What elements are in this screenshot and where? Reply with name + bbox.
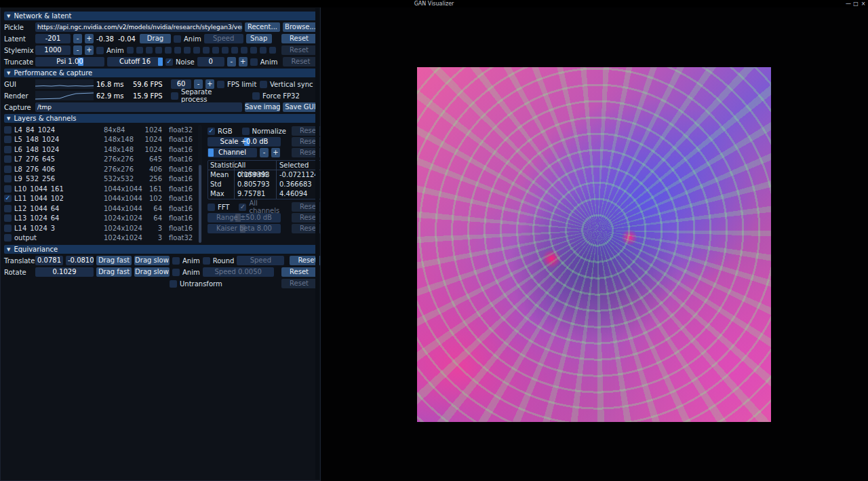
translate-drag-fast-button[interactable]: Drag fast [96, 256, 132, 265]
channel-plus-button[interactable]: + [271, 148, 280, 157]
fps-limit-checkbox[interactable] [217, 81, 224, 88]
fps-minus-button[interactable]: - [194, 79, 203, 89]
stylemix-layer-checkbox[interactable] [222, 47, 229, 54]
stylemix-layer-checkbox[interactable] [193, 47, 200, 54]
layer-checkbox[interactable] [4, 205, 12, 212]
latent-minus-button[interactable]: - [73, 34, 82, 43]
latent-seed-input[interactable]: -201 [35, 34, 71, 43]
translate-y-input[interactable]: -0.0810 [66, 256, 94, 265]
stylemix-layer-checkbox[interactable] [260, 47, 267, 54]
latent-plus-button[interactable]: + [85, 34, 94, 43]
latent-anim-checkbox[interactable] [174, 35, 181, 43]
stylemix-anim-checkbox[interactable] [96, 47, 104, 54]
section-layers-channels[interactable]: ▼ Layers & channels [4, 114, 317, 123]
stylemix-layer-checkbox[interactable] [146, 47, 153, 54]
noise-seed-input[interactable]: 0 [197, 57, 224, 66]
stylemix-layer-checkbox[interactable] [203, 47, 210, 54]
stylemix-layer-checkbox[interactable] [127, 47, 134, 54]
translate-round-checkbox[interactable] [203, 257, 210, 265]
layer-row[interactable]: L9_532_256 532x532 256 float16 [4, 174, 202, 185]
rotate-speed-slider[interactable]: Speed 0.0050 [203, 267, 274, 277]
capture-path-input[interactable]: /tmp [35, 102, 242, 112]
layer-checkbox[interactable] [4, 185, 12, 193]
fps-plus-button[interactable]: + [205, 79, 214, 89]
latent-speed-slider[interactable]: Speed 0.250 [204, 34, 243, 43]
layer-row[interactable]: L10_1044_161 1044x1044 161 float16 [4, 184, 202, 194]
minimize-icon[interactable]: — [845, 1, 852, 7]
layer-row[interactable]: output 1024x1024 3 float32 [4, 233, 202, 244]
close-icon[interactable]: × [860, 1, 867, 7]
rgb-checkbox[interactable]: ✓ [208, 128, 215, 135]
layer-checkbox[interactable] [4, 234, 12, 242]
stylemix-layer-checkbox[interactable] [174, 47, 181, 54]
noise-plus-button[interactable]: + [239, 57, 248, 66]
stylemix-seed-input[interactable]: 1000 [35, 45, 71, 55]
stylemix-plus-button[interactable]: + [85, 45, 94, 55]
rotate-drag-slow-button[interactable]: Drag slow [134, 267, 170, 277]
layer-row[interactable]: L12_1044_64 1044x1044 64 float16 [4, 204, 202, 214]
rotate-reset-button[interactable]: Reset [281, 267, 317, 277]
stylemix-minus-button[interactable]: - [73, 45, 82, 55]
stylemix-layer-checkbox[interactable] [250, 47, 257, 54]
channel-minus-button[interactable]: - [260, 148, 269, 157]
layer-list-scrollbar[interactable] [198, 125, 202, 243]
layer-checkbox[interactable] [4, 175, 12, 182]
section-performance-capture[interactable]: ▼ Performance & capture [4, 69, 317, 77]
force-fp32-checkbox[interactable] [252, 92, 260, 100]
latent-reset-button[interactable]: Reset [281, 34, 317, 43]
stylemix-reset-button[interactable]: Reset [281, 45, 317, 55]
noise-anim-checkbox[interactable] [250, 58, 258, 66]
save-gui-button[interactable]: Save GUI [283, 102, 318, 112]
maximize-icon[interactable]: □ [852, 1, 859, 7]
psi-slider[interactable]: Psi 1.00 [35, 57, 104, 66]
section-equivariance[interactable]: ▼ Equivariance [4, 245, 317, 254]
stylemix-layer-checkbox[interactable] [231, 47, 238, 54]
kaiser-beta-slider[interactable]: Kaiser beta 8.00 [208, 224, 281, 233]
layer-checkbox[interactable]: ✓ [4, 195, 12, 202]
noise-checkbox[interactable]: ✓ [165, 58, 173, 66]
scale-slider[interactable]: Scale +0.0 dB [208, 137, 281, 147]
translate-drag-slow-button[interactable]: Drag slow [134, 256, 170, 265]
layer-row[interactable]: L8_276_406 276x276 406 float16 [4, 164, 202, 174]
layer-checkbox[interactable] [4, 214, 12, 222]
layer-row[interactable]: L5_148_1024 148x148 1024 float16 [4, 135, 202, 145]
stylemix-layer-checkbox[interactable] [241, 47, 248, 54]
rotate-anim-checkbox[interactable] [172, 269, 180, 276]
latent-snap-button[interactable]: Snap [246, 34, 272, 43]
layer-row[interactable]: L14_1024_3 1024x1024 3 float16 [4, 223, 202, 233]
latent-drag-button[interactable]: Drag [140, 34, 171, 43]
stylemix-layer-checkbox[interactable] [184, 47, 191, 54]
layer-checkbox[interactable] [4, 126, 12, 134]
stylemix-layer-checkbox[interactable] [269, 47, 276, 54]
normalize-checkbox[interactable] [242, 128, 250, 135]
panel-scrollbar[interactable] [315, 8, 319, 480]
layer-checkbox[interactable] [4, 146, 12, 153]
stylemix-layer-checkbox[interactable] [165, 47, 172, 54]
layer-checkbox[interactable] [4, 155, 12, 163]
save-image-button[interactable]: Save image [245, 102, 280, 112]
recent-button[interactable]: Recent... [245, 22, 280, 32]
layer-row-selected[interactable]: ✓ L11_1044_102 1044x1044 102 float16 [4, 194, 202, 204]
layer-row[interactable]: L13_1024_64 1024x1024 64 float16 [4, 214, 202, 224]
fps-limit-input[interactable]: 60 [171, 79, 191, 89]
vsync-checkbox[interactable] [260, 81, 267, 88]
layer-checkbox[interactable] [4, 136, 12, 143]
range-slider[interactable]: Range ±50.0 dB [208, 213, 281, 223]
scrollbar-thumb[interactable] [199, 165, 201, 243]
fft-checkbox[interactable] [208, 204, 215, 211]
layer-row[interactable]: L6_148_1024 148x148 1024 float16 [4, 145, 202, 155]
layer-row[interactable]: L4_84_1024 84x84 1024 float32 [4, 125, 202, 135]
browse-button[interactable]: Browse... [283, 22, 318, 32]
pickle-url-input[interactable]: https://api.ngc.nvidia.com/v2/models/nvi… [35, 22, 242, 32]
translate-anim-checkbox[interactable] [172, 257, 180, 265]
channel-slider[interactable]: Channel 0/102 [208, 148, 257, 157]
untransform-checkbox[interactable] [170, 280, 177, 288]
noise-minus-button[interactable]: - [227, 57, 236, 66]
translate-speed-slider[interactable]: Speed 0.01000 [237, 256, 284, 265]
all-channels-checkbox[interactable]: ✓ [239, 204, 246, 211]
rotate-input[interactable]: 0.1029 [35, 267, 94, 277]
layer-checkbox[interactable] [4, 225, 12, 232]
layer-checkbox[interactable] [4, 166, 12, 173]
stylemix-layer-checkbox[interactable] [136, 47, 143, 54]
cutoff-slider[interactable]: Cutoff 16 [107, 57, 163, 66]
